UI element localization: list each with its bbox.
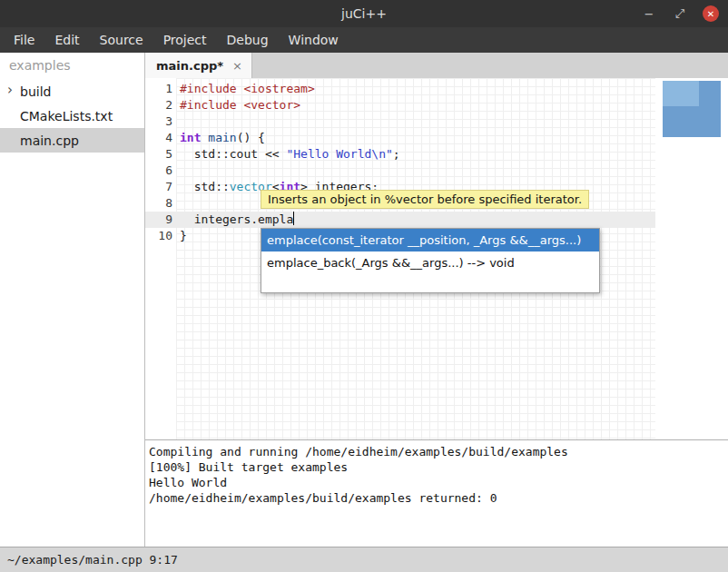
close-button[interactable]: ✕ <box>703 5 719 22</box>
doc-tooltip: Inserts an object in %vector before spec… <box>261 190 589 209</box>
line-number: 4 <box>145 130 172 146</box>
source-overview-strip[interactable] <box>655 78 728 439</box>
menu-item-project[interactable]: Project <box>153 29 217 51</box>
code-line[interactable] <box>180 113 655 130</box>
status-file-position: ~/examples/main.cpp 9:17 <box>7 553 178 567</box>
line-number: 5 <box>145 146 172 163</box>
maximize-button[interactable]: ⤢ <box>672 5 688 22</box>
tree-item-label: build <box>20 84 51 99</box>
code-line[interactable]: #include <iostream> <box>180 81 655 97</box>
code-line[interactable]: #include <vector> <box>180 97 655 113</box>
minimize-button[interactable]: − <box>641 5 657 22</box>
menu-item-file[interactable]: File <box>4 29 44 51</box>
source-map-block-highlight <box>663 81 699 106</box>
status-bar: ~/examples/main.cpp 9:17 <box>0 547 728 572</box>
output-console[interactable]: Compiling and running /home/eidheim/exam… <box>145 439 728 547</box>
menu-bar: FileEditSourceProjectDebugWindow <box>0 27 728 53</box>
output-line: [100%] Built target examples <box>149 459 728 475</box>
line-number: 8 <box>145 195 172 212</box>
line-number: 2 <box>145 97 172 113</box>
output-line: Hello World <box>149 475 728 490</box>
tab-label: main.cpp* <box>156 59 223 73</box>
window-controls: − ⤢ ✕ <box>641 0 719 27</box>
file-tree: ›buildCMakeLists.txtmain.cpp <box>0 79 144 153</box>
code-line[interactable]: integers.empla <box>180 212 655 228</box>
code-line[interactable] <box>180 163 655 179</box>
tab-main-cpp[interactable]: main.cpp* × <box>145 53 252 78</box>
menu-item-window[interactable]: Window <box>279 29 349 51</box>
file-tree-sidebar: examples ›buildCMakeLists.txtmain.cpp <box>0 53 145 547</box>
project-name: examples <box>0 53 144 79</box>
tree-item-label: CMakeLists.txt <box>20 109 113 123</box>
code-area[interactable]: #include <iostream>#include <vector>int … <box>180 78 655 244</box>
window-title: juCi++ <box>341 6 387 21</box>
menu-item-debug[interactable]: Debug <box>217 29 279 51</box>
menu-item-edit[interactable]: Edit <box>44 29 89 51</box>
line-number: 7 <box>145 179 172 195</box>
title-bar: juCi++ − ⤢ ✕ <box>0 0 728 27</box>
text-cursor <box>293 212 294 225</box>
autocomplete-popup: emplace(const_iterator __position, _Args… <box>261 228 600 293</box>
chevron-right-icon[interactable]: › <box>7 82 13 98</box>
output-line: Compiling and running /home/eidheim/exam… <box>149 444 728 459</box>
line-number: 1 <box>145 81 172 97</box>
tab-bar: main.cpp* × <box>145 53 728 78</box>
tree-item-label: main.cpp <box>20 133 79 148</box>
code-line[interactable]: int main() { <box>180 130 655 146</box>
line-number-gutter: 12345678910 <box>145 78 172 244</box>
completion-item[interactable]: emplace_back(_Args &&__args...) --> void <box>261 251 599 274</box>
tab-close-icon[interactable]: × <box>232 59 242 73</box>
code-line[interactable]: std::cout << "Hello World\n"; <box>180 146 655 163</box>
line-number: 6 <box>145 163 172 179</box>
tree-item-build[interactable]: ›build <box>0 79 144 104</box>
popup-filler <box>261 274 599 292</box>
tree-item-main-cpp[interactable]: main.cpp <box>0 128 144 153</box>
line-number: 9 <box>145 212 172 228</box>
app-window: juCi++ − ⤢ ✕ FileEditSourceProjectDebugW… <box>0 0 728 572</box>
menu-item-source[interactable]: Source <box>90 29 153 51</box>
line-number: 3 <box>145 113 172 130</box>
line-number: 10 <box>145 228 172 244</box>
output-line: /home/eidheim/examples/build/examples re… <box>149 490 728 506</box>
tree-item-cmakelists-txt[interactable]: CMakeLists.txt <box>0 104 144 128</box>
completion-item[interactable]: emplace(const_iterator __position, _Args… <box>261 229 599 251</box>
